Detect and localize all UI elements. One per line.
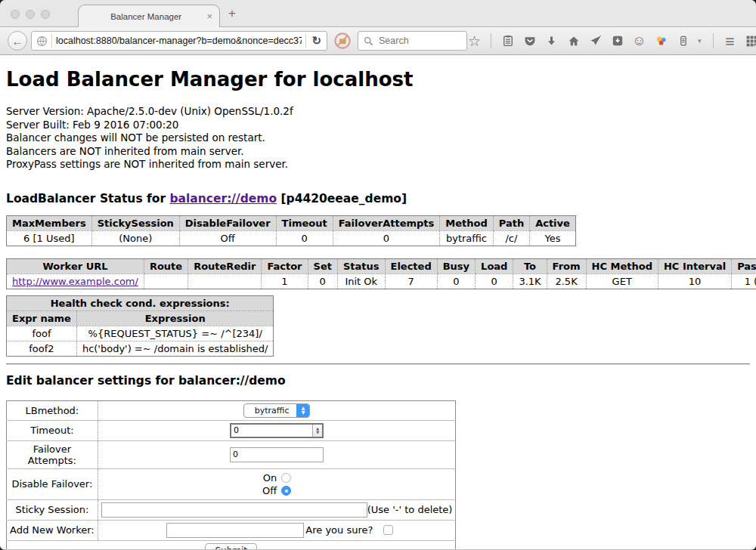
add-worker-input[interactable] [166, 523, 304, 538]
header-cell: Worker URL [7, 258, 144, 273]
lbmethod-label: LBmethod: [7, 400, 98, 420]
balancer-summary-table: MaxMembers StickySession DisableFailover… [6, 215, 576, 246]
lbmethod-select[interactable]: bytraffic ▲▼ [243, 403, 311, 418]
persist-note-line: Balancer changes will NOT be persisted o… [6, 131, 750, 145]
battery-icon[interactable] [676, 35, 690, 47]
table-cell: /c/ [493, 230, 529, 246]
server-info: Server Version: Apache/2.5.0-dev (Unix) … [6, 105, 750, 171]
timeout-input[interactable] [231, 425, 312, 437]
balancer-link[interactable]: balancer://demo [169, 192, 277, 205]
table-row: foof2 hc('body') =~ /domain is establish… [7, 341, 274, 356]
page-content: Load Balancer Manager for localhost Serv… [0, 55, 756, 549]
table-cell: 0 [333, 230, 440, 246]
edit-settings-heading: Edit balancer settings for balancer://de… [6, 374, 750, 388]
expr-name-cell: foof2 [7, 341, 77, 356]
table-header-row: MaxMembers StickySession DisableFailover… [7, 215, 576, 230]
chevron-down-icon[interactable]: ▾ [698, 37, 704, 45]
url-bar[interactable]: localhost:8880/balancer-manager?b=demo&n… [31, 31, 327, 51]
number-spinner-icon[interactable]: ▲▼ [312, 425, 322, 437]
menu-hamburger-icon[interactable]: ≡ [723, 33, 737, 49]
downloads-icon[interactable] [544, 36, 559, 47]
status-heading-suffix: [p4420eeae_demo] [277, 192, 407, 205]
header-cell: Expr name [7, 311, 77, 326]
send-tab-icon[interactable] [588, 35, 603, 47]
form-row-lbmethod: LBmethod: bytraffic ▲▼ [7, 400, 456, 420]
form-row-disable-failover: Disable Failover: On Off [7, 468, 456, 499]
tab-close-icon[interactable]: × [206, 11, 212, 21]
server-built-line: Server Built: Feb 9 2016 07:00:20 [6, 119, 750, 132]
inherit-note-line: Balancers are NOT inherited from main se… [6, 145, 750, 159]
header-cell: Path [493, 215, 529, 230]
confirm-label: Are you sure? [305, 524, 373, 536]
navigation-toolbar: ← localhost:8880/balancer-manager?b=demo… [0, 27, 756, 55]
search-input[interactable] [377, 35, 462, 47]
download-square-icon[interactable] [610, 35, 624, 47]
bookmarks-list-icon[interactable] [500, 35, 515, 47]
radio-on[interactable] [281, 473, 291, 483]
header-cell: DisableFailover [179, 215, 276, 230]
table-cell: 10 [658, 273, 731, 289]
url-text[interactable]: localhost:8880/balancer-manager?b=demo&n… [56, 36, 302, 46]
form-row-sticky-session: Sticky Session: (Use '-' to delete) [7, 499, 456, 520]
tab-bar: Balancer Manager × + [0, 0, 756, 27]
minimize-window-button[interactable] [26, 10, 35, 19]
table-header-row: Worker URL Route RouteRedir Factor Set S… [7, 258, 756, 273]
table-cell: 0 [437, 273, 475, 289]
close-window-button[interactable] [11, 10, 20, 19]
header-cell: Status [337, 258, 385, 273]
failover-attempts-input[interactable] [230, 447, 324, 462]
table-cell: Init Ok [337, 273, 385, 289]
home-icon[interactable] [566, 35, 581, 47]
url-divider-2 [305, 34, 306, 48]
reload-icon[interactable]: ↻ [310, 34, 323, 48]
sticky-session-label: Sticky Session: [7, 499, 98, 520]
search-bar[interactable] [358, 31, 467, 51]
timeout-input-wrap: ▲▼ [230, 423, 324, 438]
header-cell: Expression [76, 311, 274, 326]
status-heading: LoadBalancer Status for balancer://demo … [6, 192, 750, 206]
table-cell: Yes [530, 230, 576, 246]
pocket-icon[interactable] [522, 35, 537, 47]
failover-attempts-label: Failover Attempts: [7, 440, 98, 468]
tab-groups-icon[interactable] [745, 35, 756, 48]
table-row: foof %{REQUEST_STATUS} =~ /^[234]/ [7, 326, 274, 341]
toolbar-divider-2 [713, 33, 714, 48]
toolbar-icons: ☆ ☺ [467, 33, 756, 49]
health-check-table: Health check cond. expressions: Expr nam… [6, 295, 274, 357]
header-cell: To [513, 258, 547, 273]
health-table-title: Health check cond. expressions: [7, 295, 274, 311]
colored-dots-icon[interactable] [654, 35, 668, 47]
expr-cell: %{REQUEST_STATUS} =~ /^[234]/ [76, 326, 274, 341]
radio-off-label: Off [262, 485, 277, 496]
header-cell: RouteRedir [188, 258, 262, 273]
search-icon [363, 36, 373, 46]
table-title-row: Health check cond. expressions: [7, 295, 274, 311]
table-cell: Off [179, 230, 276, 246]
new-tab-button[interactable]: + [228, 7, 236, 20]
content-blocked-icon[interactable] [333, 32, 352, 50]
disable-failover-label: Disable Failover: [7, 468, 98, 499]
submit-button[interactable]: Submit [205, 543, 257, 550]
bookmark-star-icon[interactable]: ☆ [467, 34, 482, 48]
form-row-add-worker: Add New Worker: Are you sure? [7, 520, 456, 540]
table-row: http://www.example.com/ 1 0 Init Ok 7 0 … [7, 273, 756, 289]
server-version-line: Server Version: Apache/2.5.0-dev (Unix) … [6, 105, 750, 119]
sticky-session-input[interactable] [101, 502, 367, 518]
header-cell: Load [476, 258, 513, 273]
add-worker-label: Add New Worker: [7, 520, 98, 540]
zoom-window-button[interactable] [41, 10, 50, 19]
feedback-smiley-icon[interactable]: ☺ [632, 34, 646, 48]
back-button[interactable]: ← [8, 31, 27, 51]
confirm-checkbox[interactable] [383, 525, 393, 535]
toolbar-divider [491, 33, 491, 48]
timeout-label: Timeout: [7, 420, 98, 440]
tab-balancer-manager[interactable]: Balancer Manager × [78, 5, 220, 27]
header-cell: MaxMembers [7, 215, 92, 230]
proxypass-note-line: ProxyPass settings are NOT inherited fro… [6, 158, 750, 171]
tab-title: Balancer Manager [85, 12, 206, 21]
radio-off[interactable] [281, 486, 291, 496]
header-cell: HC Method [586, 258, 658, 273]
globe-icon[interactable] [36, 36, 48, 47]
worker-url-link[interactable]: http://www.example.com/ [12, 276, 138, 287]
header-cell: Passes [732, 258, 756, 273]
